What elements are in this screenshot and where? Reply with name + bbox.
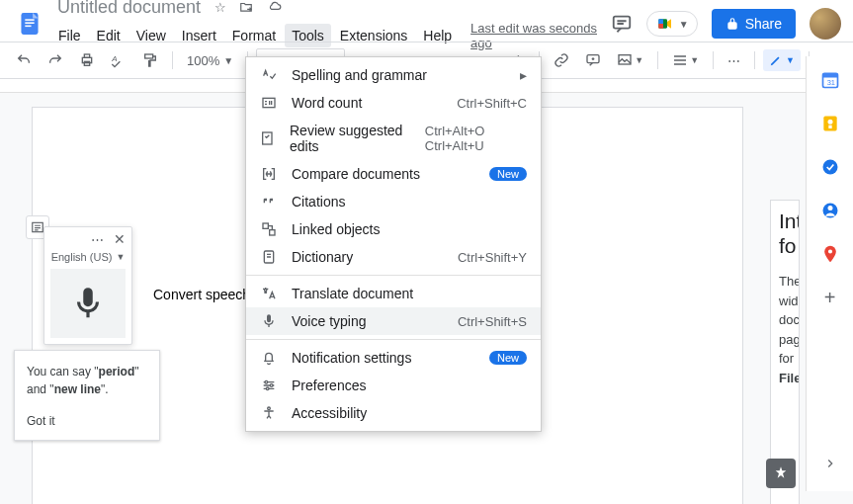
tools-preferences[interactable]: Preferences — [246, 372, 541, 399]
preferences-icon — [260, 378, 278, 393]
chevron-down-icon: ▼ — [116, 252, 125, 262]
chevron-down-icon: ▼ — [635, 55, 643, 65]
dictionary-icon — [260, 249, 278, 265]
move-icon[interactable] — [238, 0, 254, 15]
wordcount-icon — [260, 95, 278, 111]
chevron-down-icon: ▼ — [223, 55, 233, 66]
redo-button[interactable] — [42, 47, 69, 73]
svg-rect-12 — [145, 54, 153, 58]
align-button[interactable]: ▼ — [666, 47, 705, 73]
tools-linked-objects[interactable]: Linked objects — [246, 215, 541, 243]
microphone-button[interactable] — [50, 269, 126, 338]
svg-point-34 — [827, 249, 831, 253]
microphone-icon — [260, 313, 278, 329]
new-badge: New — [489, 351, 527, 365]
svg-point-33 — [827, 206, 832, 210]
linked-objects-icon — [260, 221, 278, 237]
svg-rect-6 — [658, 19, 663, 24]
spellcheck-icon — [260, 67, 278, 83]
tooltip-got-it-button[interactable]: Got it — [27, 414, 147, 428]
add-comment-button[interactable] — [579, 47, 607, 73]
svg-point-23 — [266, 387, 269, 390]
cloud-status-icon[interactable] — [266, 0, 284, 15]
share-button[interactable]: Share — [712, 9, 796, 39]
doc-title[interactable]: Untitled document — [51, 0, 207, 19]
bell-icon — [260, 350, 278, 366]
svg-point-21 — [265, 380, 268, 383]
svg-rect-26 — [822, 73, 837, 77]
tools-spelling-grammar[interactable]: Spelling and grammar ▸ — [246, 61, 541, 89]
tools-citations[interactable]: Citations — [246, 188, 541, 215]
tools-dropdown: Spelling and grammar ▸ Word count Ctrl+S… — [245, 56, 542, 432]
docs-logo[interactable] — [12, 6, 47, 42]
chevron-down-icon: ▼ — [786, 55, 795, 65]
voice-hint-tooltip: You can say "period" and "new line". Got… — [14, 350, 160, 441]
svg-rect-1 — [25, 19, 34, 21]
editing-mode-button[interactable]: ▼ — [763, 49, 801, 71]
tools-accessibility[interactable]: Accessibility — [246, 399, 541, 427]
svg-rect-2 — [25, 22, 34, 24]
svg-rect-30 — [828, 126, 831, 128]
accessibility-icon — [260, 405, 278, 421]
show-side-panel-button[interactable] — [820, 454, 840, 473]
submenu-arrow-icon: ▸ — [520, 67, 527, 83]
undo-button[interactable] — [10, 47, 38, 73]
open-comments-icon[interactable] — [611, 13, 633, 35]
tools-compare-documents[interactable]: Compare documents New — [246, 160, 541, 188]
tools-word-count[interactable]: Word count Ctrl+Shift+C — [246, 89, 541, 117]
svg-rect-3 — [25, 26, 31, 28]
close-icon[interactable]: ✕ — [114, 231, 126, 247]
new-badge: New — [489, 167, 527, 181]
svg-rect-7 — [658, 24, 663, 29]
more-tools-button[interactable]: ⋯ — [722, 48, 746, 73]
get-addons-button[interactable]: + — [820, 288, 840, 307]
tools-review-suggestions[interactable]: Review suggested edits Ctrl+Alt+O Ctrl+A… — [246, 117, 541, 160]
svg-point-29 — [827, 120, 832, 125]
compare-icon — [260, 166, 278, 182]
svg-rect-4 — [613, 17, 630, 29]
voice-language-select[interactable]: English (US) ▼ — [44, 251, 131, 269]
paint-format-button[interactable] — [136, 47, 164, 73]
contacts-app-icon[interactable] — [820, 201, 840, 220]
svg-text:31: 31 — [826, 78, 834, 87]
print-button[interactable] — [73, 47, 101, 73]
svg-rect-17 — [263, 132, 272, 144]
tools-dictionary[interactable]: Dictionary Ctrl+Shift+Y — [246, 243, 541, 271]
citations-icon — [260, 194, 278, 210]
chevron-down-icon: ▼ — [679, 19, 689, 30]
svg-point-31 — [822, 160, 837, 175]
tasks-app-icon[interactable] — [820, 157, 840, 177]
meet-button[interactable]: ▼ — [646, 11, 698, 37]
voice-typing-panel: ⋯ ✕ English (US) ▼ — [43, 226, 132, 345]
spellcheck-button[interactable]: A — [105, 47, 132, 73]
maps-app-icon[interactable] — [820, 244, 840, 264]
tools-notification-settings[interactable]: Notification settings New — [246, 344, 541, 372]
svg-rect-9 — [84, 54, 89, 57]
insert-image-button[interactable]: ▼ — [611, 47, 649, 73]
svg-rect-18 — [263, 223, 268, 228]
svg-point-22 — [270, 384, 273, 387]
tools-translate[interactable]: Translate document — [246, 280, 541, 307]
account-avatar[interactable] — [810, 8, 841, 40]
calendar-app-icon[interactable]: 31 — [820, 70, 840, 90]
svg-text:A: A — [111, 54, 117, 63]
share-label: Share — [745, 16, 782, 32]
insert-link-button[interactable] — [548, 47, 575, 73]
review-icon — [260, 130, 276, 146]
svg-rect-10 — [84, 61, 89, 65]
translate-icon — [260, 286, 278, 301]
keep-app-icon[interactable] — [820, 114, 840, 133]
explore-button[interactable] — [766, 459, 796, 488]
star-icon[interactable]: ☆ — [214, 0, 226, 15]
tools-voice-typing[interactable]: Voice typing Ctrl+Shift+S — [246, 307, 541, 335]
more-options-icon[interactable]: ⋯ — [91, 232, 104, 247]
svg-rect-19 — [270, 230, 275, 235]
zoom-select[interactable]: 100%▼ — [181, 50, 239, 71]
side-panel-bar: 31 + — [806, 56, 853, 491]
svg-point-24 — [268, 407, 271, 410]
chevron-down-icon: ▼ — [690, 55, 699, 65]
